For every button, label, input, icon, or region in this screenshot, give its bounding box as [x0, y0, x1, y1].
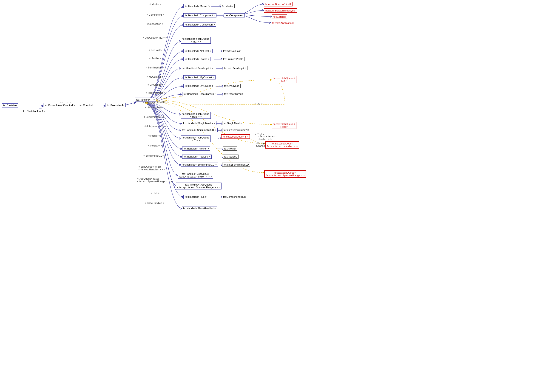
- node-beacon-beacontimesyncI: beacon::BeaconTimeSyncI: [264, 8, 297, 13]
- label-profiler: < Profiler >: [148, 134, 161, 137]
- dashed-handledT-extjobqueueI32: [147, 80, 272, 99]
- node-fe-castableas-t: fe::CastableAs< T >: [22, 109, 47, 113]
- node-fe-profilerprofile: fe::Profiler::Profile: [222, 57, 245, 61]
- label-profile: < Profile >: [149, 57, 161, 60]
- label-singlemaster: < SingleMaster >: [145, 106, 164, 109]
- label-registry: < Registry >: [148, 144, 162, 147]
- node-fe-singlemaster: fe::SingleMaster: [222, 121, 243, 125]
- node-fe-castableas-counted: fe::CastableAs< Counted >: [43, 103, 76, 107]
- label-jobqueuespspanned: < JobQueue< fe::sp< fe::ext::SpannedRang…: [137, 177, 172, 183]
- label-semiimplicit1d: < SemiImplicit1D >: [143, 154, 165, 157]
- label-hub: < Hub >: [151, 192, 160, 195]
- node-fe-handledjobqueueT: fe::Handled< JobQueue< T > >: [181, 135, 211, 142]
- node-fe-component: fe::Component: [224, 13, 245, 18]
- label-basehandled: < BaseHandled >: [145, 202, 164, 204]
- node-fe-extapplicationI: fe::ext::ApplicationI: [271, 21, 295, 25]
- node-fe-handledjobqueuespspanned: fe::Handled< JobQueue< fe::sp< fe::ext::…: [176, 182, 221, 189]
- label-recordgroup: < RecordGroup >: [146, 91, 165, 94]
- node-fe-handlednethost: fe::Handled< NetHost >: [183, 49, 212, 53]
- node-fe-protectable: fe::Protectable: [105, 103, 126, 107]
- node-fe-registry: fe::Registry: [223, 154, 239, 159]
- node-fe-handleddag: fe::Handled< DAGNode >: [183, 84, 215, 88]
- node-fe-handledjobqueuei32: fe::Handled< JobQueue< I32 > >: [181, 37, 211, 44]
- label-i32-right: < I32 >: [254, 102, 262, 105]
- node-fe-handledsemiimplicit: fe::Handled< SemiImplicit >: [181, 66, 215, 70]
- node-fe-handledmaster: fe::Handled< Master >: [183, 4, 211, 8]
- node-fe-counted: fe::Counted: [78, 103, 94, 107]
- node-fe-handledsemiimplicit1d: fe::Handled< SemiImplicit1D >: [181, 163, 218, 167]
- diagram-svg: [0, 0, 537, 392]
- node-fe-handledsinglemaster: fe::Handled< SingleMaster >: [182, 121, 217, 125]
- node-fe-extjobqueuesphandler-right: fe::ext::JobQueue<fe::sp< fe::ext::Handl…: [265, 141, 299, 149]
- node-fe-handledmycontext: fe::Handled< MyContext >: [183, 75, 216, 79]
- node-fe-castable: fe::Castable: [2, 103, 18, 107]
- label-jobqueueTT: < JobQueue< T > >: [144, 125, 166, 127]
- node-fe-extsemiimplicit1d: fe::ext::SemiImplicit1D: [222, 163, 250, 167]
- label-nethost: < NetHost >: [148, 49, 162, 51]
- label-semiimplicit: < SemiImplicit >: [146, 66, 164, 69]
- node-fe-handledsemiimplicit2d: fe::Handled< SemiImplicit2D >: [181, 128, 218, 132]
- node-beacon-beaconclientI: beacon::BeaconClientI: [264, 2, 292, 6]
- node-fe-handledrecordgroup: fe::Handled< RecordGroup >: [182, 92, 217, 96]
- node-fe-handledcomponent: fe::Handled< Component >: [183, 13, 217, 18]
- node-fe-extjobqueueT: fe::ext::JobQueue< T >: [221, 134, 250, 139]
- label-component: < Component >: [147, 13, 164, 16]
- label-semiimplicit2d: < SemiImplicit2D >: [143, 116, 165, 118]
- node-fe-extjobqueuespspanned-right: fe::ext::JobQueue<fe::sp< fe::ext::Spann…: [264, 170, 306, 178]
- node-fe-componenthub: fe::Component::Hub: [222, 195, 247, 199]
- node-fe-handledhub: fe::Handled< Hub >: [183, 195, 208, 199]
- node-fe-handledT: fe::Handled< T >: [135, 98, 156, 102]
- node-fe-handledjobqueuesphandler: fe::Handled< JobQueuefe::sp< fe::ext::Ha…: [178, 172, 213, 179]
- node-fe-profiler: fe::Profiler: [223, 146, 237, 151]
- node-fe-handledbasehandled: fe::Handled< BaseHandled >: [182, 206, 217, 210]
- edge-handledT-handledprofile: [147, 59, 184, 102]
- node-fe-handledprofile: fe::Handled< Profile >: [183, 57, 211, 61]
- node-fe-extjobqueueI32-right: fe::ext::JobQueue<I32 >: [272, 76, 297, 83]
- diagram-container: fe::Castable fe::CastableAs< T > < Count…: [0, 0, 537, 392]
- label-mycontext: < MyContext >: [147, 75, 163, 78]
- node-fe-handledregistry: fe::Handled< Registry >: [182, 154, 212, 159]
- node-fe-recordgroup: fe::RecordGroup: [223, 92, 244, 96]
- node-fe-handledconnection: fe::Handled< Connection >: [183, 23, 216, 27]
- node-fe-extjobqueuereal-right: fe::ext::JobQueue<Real >: [272, 122, 297, 129]
- node-fe-catalog: fe::Catalog: [272, 14, 287, 19]
- node-fe-handledjobqueuereal: fe::Handled< JobQueue< Real > >: [181, 112, 211, 119]
- label-dagnode: < DAGNode >: [147, 83, 163, 86]
- label-jobqueuei32: < JobQueue< I32 > >: [143, 36, 167, 39]
- node-fe-handledprofiler: fe::Handled< Profiler >: [182, 146, 210, 151]
- node-fe-extsemiimplicit2d: fe::ext::SemiImplicit2D: [222, 128, 250, 132]
- edge-handledT-handledregistry: [147, 104, 183, 157]
- node-fe-master: fe::Master: [221, 4, 235, 8]
- node-fe-extnethost: fe::ext::NetHost: [222, 49, 242, 53]
- label-jobqueuesphandler: < JobQueue< fe::sp< fe::ext::HandlerI > …: [139, 165, 165, 171]
- node-fe-dagnode: fe::DAGNode: [223, 84, 240, 88]
- label-connection: < Connection >: [146, 23, 163, 25]
- label-sphandler: < fe::sp< fe::ext::HandlerI > >: [258, 135, 277, 140]
- node-fe-extsemiimplicit: fe::ext::SemiImplicit: [223, 66, 247, 70]
- label-master: < Master >: [149, 3, 161, 5]
